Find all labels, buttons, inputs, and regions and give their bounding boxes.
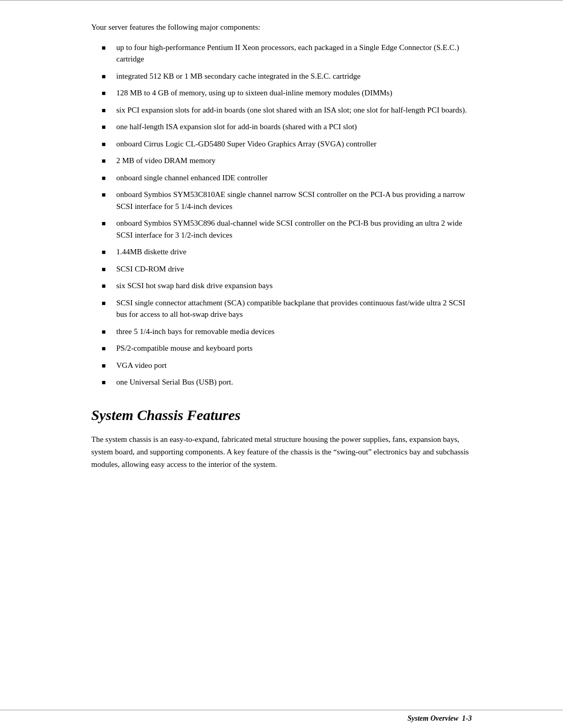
bullet-icon: ■ [102,156,111,166]
footer-page: 1-3 [462,714,472,722]
list-item: ■128 MB to 4 GB of memory, using up to s… [102,87,472,99]
list-item: ■one half-length ISA expansion slot for … [102,121,472,133]
bullet-text: SCSI single connector attachment (SCA) c… [116,297,472,320]
bullet-text: up to four high-performance Pentium II X… [116,42,472,65]
bullet-icon: ■ [102,298,111,309]
section-heading: System Chassis Features [91,407,472,424]
bullet-icon: ■ [102,139,111,150]
bullet-text: VGA video port [116,360,472,372]
bullet-text: 128 MB to 4 GB of memory, using up to si… [116,87,472,99]
bullet-icon: ■ [102,361,111,371]
bullet-text: one Universal Serial Bus (USB) port. [116,376,472,388]
list-item: ■onboard Symbios SYM53C896 dual-channel … [102,217,472,241]
bullet-text: six SCSI hot swap hard disk drive expans… [116,280,472,292]
list-item: ■SCSI single connector attachment (SCA) … [102,297,472,320]
list-item: ■onboard Cirrus Logic CL-GD5480 Super Vi… [102,138,472,150]
bullet-text: integrated 512 KB or 1 MB secondary cach… [116,70,472,82]
bullet-text: six PCI expansion slots for add-in board… [116,104,472,116]
list-item: ■1.44MB diskette drive [102,246,472,258]
bullet-text: onboard Symbios SYM53C810AE single chann… [116,189,472,212]
footer-section: System Overview [408,714,459,722]
bullet-icon: ■ [102,343,111,354]
bullet-icon: ■ [102,327,111,337]
bullet-text: PS/2-compatible mouse and keyboard ports [116,342,472,354]
footer: System Overview 1-3 [0,710,563,728]
intro-text: Your server features the following major… [91,21,472,33]
list-item: ■three 5 1/4-inch bays for removable med… [102,326,472,338]
bullet-text: three 5 1/4-inch bays for removable medi… [116,326,472,338]
list-item: ■one Universal Serial Bus (USB) port. [102,376,472,388]
bullet-icon: ■ [102,122,111,132]
list-item: ■six SCSI hot swap hard disk drive expan… [102,280,472,292]
bullet-text: SCSI CD-ROM drive [116,263,472,275]
list-item: ■onboard Symbios SYM53C810AE single chan… [102,189,472,212]
bullet-icon: ■ [102,105,111,116]
bullet-icon: ■ [102,218,111,229]
bullet-icon: ■ [102,71,111,82]
bullet-icon: ■ [102,247,111,257]
bullet-icon: ■ [102,377,111,388]
page: Your server features the following major… [0,0,563,728]
list-item: ■2 MB of video DRAM memory [102,155,472,167]
list-item: ■integrated 512 KB or 1 MB secondary cac… [102,70,472,82]
bullet-text: onboard Symbios SYM53C896 dual-channel w… [116,217,472,241]
list-item: ■onboard single channel enhanced IDE con… [102,172,472,184]
bullet-list: ■up to four high-performance Pentium II … [102,42,472,388]
bullet-text: onboard Cirrus Logic CL-GD5480 Super Vid… [116,138,472,150]
footer-text: System Overview 1-3 [408,714,472,723]
bullet-icon: ■ [102,173,111,183]
bullet-icon: ■ [102,264,111,275]
list-item: ■PS/2-compatible mouse and keyboard port… [102,342,472,354]
list-item: ■up to four high-performance Pentium II … [102,42,472,65]
list-item: ■VGA video port [102,360,472,372]
bullet-icon: ■ [102,281,111,291]
bullet-text: one half-length ISA expansion slot for a… [116,121,472,133]
bullet-icon: ■ [102,43,111,53]
bullet-text: 1.44MB diskette drive [116,246,472,258]
section-body: The system chassis is an easy-to-expand,… [91,433,472,471]
bullet-text: 2 MB of video DRAM memory [116,155,472,167]
bullet-icon: ■ [102,88,111,98]
content-area: Your server features the following major… [0,1,563,710]
bullet-text: onboard single channel enhanced IDE cont… [116,172,472,184]
bullet-icon: ■ [102,190,111,200]
list-item: ■SCSI CD-ROM drive [102,263,472,275]
list-item: ■six PCI expansion slots for add-in boar… [102,104,472,116]
